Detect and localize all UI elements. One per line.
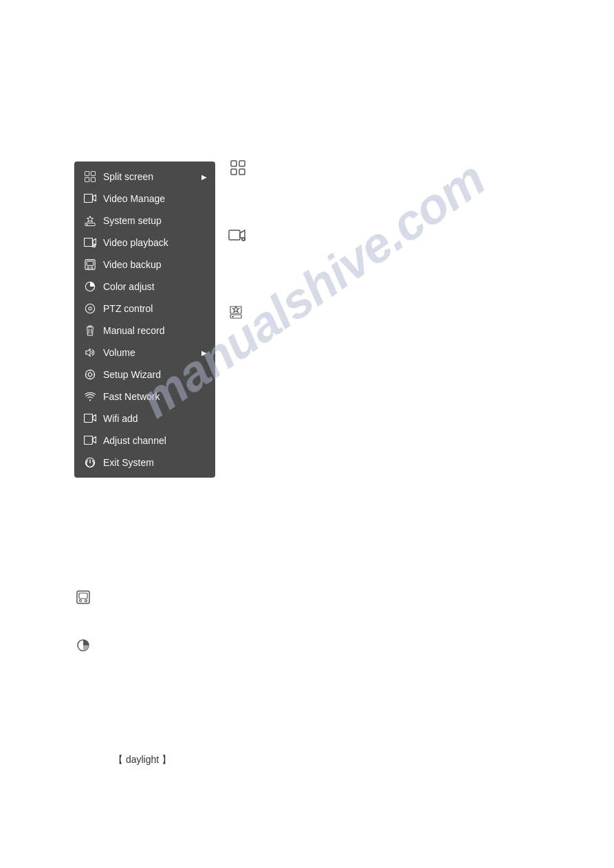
setup-wizard-label: Setup Wizard xyxy=(103,369,206,380)
adjust-channel-icon xyxy=(84,434,96,447)
system-setup-label: System setup xyxy=(103,215,206,226)
menu-item-ptz-control[interactable]: PTZ control xyxy=(74,298,215,320)
volume-icon xyxy=(84,346,96,359)
video-manage-label: Video Manage xyxy=(103,193,206,204)
system-setup-icon-standalone xyxy=(228,304,243,323)
svg-rect-10 xyxy=(87,261,94,265)
svg-rect-3 xyxy=(91,177,95,181)
svg-rect-2 xyxy=(85,177,89,181)
menu-item-fast-network[interactable]: Fast Network xyxy=(74,386,215,408)
svg-rect-32 xyxy=(239,169,245,175)
exit-system-icon xyxy=(84,456,96,469)
video-playback-icon xyxy=(84,236,96,249)
manual-record-icon xyxy=(84,324,96,337)
video-backup-label: Video backup xyxy=(103,259,206,270)
video-playback-label: Video playback xyxy=(103,237,206,248)
svg-point-24 xyxy=(89,399,91,401)
video-backup-icon-standalone xyxy=(76,590,91,608)
menu-item-system-setup[interactable]: System setup xyxy=(74,210,215,232)
color-adjust-icon-standalone xyxy=(76,638,91,656)
split-screen-arrow: ▶ xyxy=(201,173,207,181)
menu-item-video-backup[interactable]: Video backup xyxy=(74,254,215,276)
svg-rect-36 xyxy=(232,316,234,318)
menu-item-video-manage[interactable]: Video Manage xyxy=(74,188,215,210)
svg-rect-30 xyxy=(239,161,245,166)
video-backup-icon xyxy=(84,258,96,271)
svg-point-40 xyxy=(85,600,87,602)
menu-item-color-adjust[interactable]: Color adjust xyxy=(74,276,215,298)
svg-rect-0 xyxy=(85,171,89,175)
svg-rect-6 xyxy=(87,224,88,225)
manual-record-label: Manual record xyxy=(103,325,206,336)
svg-rect-29 xyxy=(231,161,237,166)
video-manage-icon xyxy=(84,192,96,205)
split-screen-icon xyxy=(84,170,96,183)
menu-item-split-screen[interactable]: Split screen▶ xyxy=(74,166,215,188)
svg-rect-26 xyxy=(85,436,93,445)
svg-point-19 xyxy=(88,372,91,376)
svg-point-15 xyxy=(89,307,91,310)
color-adjust-icon xyxy=(84,280,96,293)
menu-item-setup-wizard[interactable]: Setup Wizard xyxy=(74,364,215,386)
fast-network-icon xyxy=(84,390,96,403)
svg-rect-25 xyxy=(85,414,93,423)
daylight-label: 【 daylight 】 xyxy=(113,754,171,766)
svg-rect-31 xyxy=(231,169,237,175)
menu-item-video-playback[interactable]: Video playback xyxy=(74,232,215,254)
svg-rect-33 xyxy=(229,230,240,240)
context-menu: Split screen▶Video ManageSystem setupVid… xyxy=(74,162,215,478)
setup-wizard-icon xyxy=(84,368,96,381)
menu-item-exit-system[interactable]: Exit System xyxy=(74,452,215,474)
wifi-add-icon xyxy=(84,412,96,425)
exit-system-label: Exit System xyxy=(103,457,206,468)
volume-label: Volume xyxy=(103,347,206,358)
ptz-control-icon xyxy=(84,302,96,315)
svg-rect-4 xyxy=(85,194,93,203)
svg-rect-7 xyxy=(85,238,93,247)
ptz-control-label: PTZ control xyxy=(103,303,206,314)
system-setup-icon xyxy=(84,214,96,227)
svg-point-39 xyxy=(80,600,82,602)
menu-item-volume[interactable]: Volume▶ xyxy=(74,342,215,364)
color-adjust-label: Color adjust xyxy=(103,281,206,292)
video-playback-icon-standalone xyxy=(228,229,246,245)
split-screen-label: Split screen xyxy=(103,171,206,182)
volume-arrow: ▶ xyxy=(201,349,207,357)
menu-item-manual-record[interactable]: Manual record xyxy=(74,320,215,342)
menu-item-wifi-add[interactable]: Wifi add xyxy=(74,408,215,430)
adjust-channel-label: Adjust channel xyxy=(103,435,206,446)
fast-network-label: Fast Network xyxy=(103,391,206,402)
wifi-add-label: Wifi add xyxy=(103,413,206,424)
svg-point-12 xyxy=(91,267,93,269)
svg-point-11 xyxy=(87,267,89,269)
svg-rect-38 xyxy=(79,593,87,599)
split-screen-icon-standalone xyxy=(230,160,245,179)
menu-item-adjust-channel[interactable]: Adjust channel xyxy=(74,430,215,452)
svg-rect-1 xyxy=(91,171,95,175)
svg-point-14 xyxy=(85,304,94,313)
